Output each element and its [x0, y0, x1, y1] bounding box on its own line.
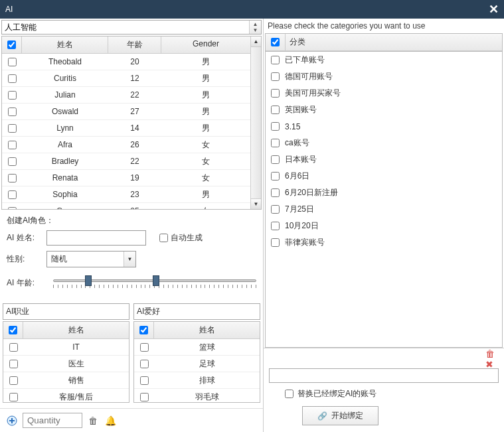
- search-input[interactable]: [2, 21, 249, 34]
- item-checkbox[interactable]: [9, 376, 18, 385]
- scroll-up-icon[interactable]: ▲: [251, 36, 261, 47]
- category-col-header[interactable]: 分类: [286, 34, 502, 50]
- search-dropdown-button[interactable]: ▲▼: [249, 21, 261, 34]
- table-row[interactable]: Curitis12男: [2, 70, 250, 87]
- category-row[interactable]: ca账号: [266, 135, 502, 151]
- remove-link-icon[interactable]: 🗑✖: [485, 352, 499, 366]
- table-row[interactable]: Lynn14男: [2, 120, 250, 137]
- list-item[interactable]: 医生: [3, 356, 129, 372]
- category-row[interactable]: 德国可用账号: [266, 68, 502, 85]
- category-row[interactable]: 英国账号: [266, 102, 502, 118]
- table-row[interactable]: Oswald27男: [2, 104, 250, 120]
- col-name[interactable]: 姓名: [22, 36, 108, 53]
- table-row[interactable]: Gary25女: [2, 203, 250, 209]
- col-gender[interactable]: Gender: [161, 36, 250, 53]
- cell-gender: 男: [161, 90, 250, 101]
- category-row[interactable]: 3.15: [266, 118, 502, 135]
- list-item[interactable]: 足球: [134, 356, 260, 372]
- row-checkbox[interactable]: [8, 157, 17, 166]
- category-checkbox[interactable]: [271, 172, 280, 180]
- people-scrollbar[interactable]: ▲ ▼: [250, 36, 261, 209]
- category-checkbox[interactable]: [271, 89, 280, 98]
- category-checkbox[interactable]: [271, 139, 280, 147]
- category-row[interactable]: 10月20日: [266, 218, 502, 234]
- category-row[interactable]: 6月20日新注册: [266, 184, 502, 201]
- cell-gender: 男: [161, 73, 250, 84]
- close-icon[interactable]: ✕: [489, 2, 499, 17]
- age-slider[interactable]: [53, 273, 256, 293]
- add-icon[interactable]: [5, 414, 19, 427]
- gender-select[interactable]: 随机 ▼: [46, 251, 136, 267]
- row-checkbox[interactable]: [8, 190, 17, 199]
- category-row[interactable]: 日本账号: [266, 151, 502, 168]
- category-row[interactable]: 6月6日: [266, 168, 502, 184]
- item-checkbox[interactable]: [140, 360, 149, 368]
- trash-icon[interactable]: 🗑: [86, 414, 100, 427]
- replace-checkbox[interactable]: [285, 390, 294, 398]
- list-item[interactable]: IT: [3, 339, 129, 356]
- category-checkbox[interactable]: [271, 56, 280, 64]
- cell-name: Curitis: [22, 74, 108, 83]
- category-checkbox[interactable]: [271, 222, 280, 230]
- list-item[interactable]: 销售: [3, 372, 129, 389]
- hobby-select-all[interactable]: [139, 326, 148, 334]
- cell-name: Theobald: [22, 57, 108, 66]
- auto-generate-checkbox[interactable]: [159, 234, 168, 242]
- category-row[interactable]: 美国可用买家号: [266, 85, 502, 102]
- item-checkbox[interactable]: [140, 376, 149, 385]
- slider-thumb-min[interactable]: [85, 275, 92, 286]
- row-checkbox[interactable]: [8, 91, 17, 100]
- cell-name: Bradley: [22, 157, 108, 166]
- category-row[interactable]: 已下单账号: [266, 52, 502, 68]
- cell-age: 25: [108, 206, 161, 209]
- table-row[interactable]: Bradley22女: [2, 153, 250, 170]
- row-checkbox[interactable]: [8, 124, 17, 133]
- row-checkbox[interactable]: [8, 108, 17, 116]
- row-checkbox[interactable]: [8, 207, 17, 210]
- list-item[interactable]: 客服/售后: [3, 389, 129, 403]
- category-row[interactable]: 菲律宾账号: [266, 234, 502, 251]
- category-checkbox[interactable]: [271, 72, 280, 81]
- table-row[interactable]: Theobald20男: [2, 54, 250, 70]
- table-row[interactable]: Afra26女: [2, 137, 250, 153]
- row-checkbox[interactable]: [8, 174, 17, 182]
- age-label: AI 年龄:: [7, 277, 46, 289]
- category-checkbox[interactable]: [271, 238, 280, 247]
- list-item[interactable]: 排球: [134, 372, 260, 389]
- ai-name-input[interactable]: [46, 230, 146, 246]
- category-row[interactable]: 7月25日: [266, 201, 502, 218]
- list-item[interactable]: 羽毛球: [134, 389, 260, 403]
- quantity-input[interactable]: [23, 413, 82, 428]
- col-age[interactable]: 年龄: [108, 36, 161, 53]
- item-checkbox[interactable]: [9, 393, 18, 401]
- category-select-all[interactable]: [271, 38, 280, 46]
- bell-icon[interactable]: 🔔: [104, 414, 117, 427]
- category-checkbox[interactable]: [271, 122, 280, 131]
- list-item[interactable]: 篮球: [134, 339, 260, 356]
- auto-generate-label[interactable]: 自动生成: [159, 232, 203, 244]
- slider-thumb-max[interactable]: [153, 275, 159, 286]
- row-checkbox[interactable]: [8, 141, 17, 149]
- table-row[interactable]: Julian22男: [2, 87, 250, 104]
- job-col-header[interactable]: 姓名: [23, 322, 129, 338]
- cell-gender: 男: [161, 106, 250, 117]
- scroll-down-icon[interactable]: ▼: [251, 198, 261, 209]
- select-all-checkbox[interactable]: [7, 40, 16, 49]
- item-checkbox[interactable]: [9, 343, 18, 352]
- cell-gender: 男: [161, 56, 250, 68]
- table-row[interactable]: Sophia23男: [2, 186, 250, 203]
- hobby-col-header[interactable]: 姓名: [154, 322, 260, 338]
- item-checkbox[interactable]: [140, 343, 149, 352]
- job-select-all[interactable]: [9, 326, 17, 334]
- item-checkbox[interactable]: [140, 393, 149, 401]
- item-checkbox[interactable]: [9, 360, 18, 368]
- output-field[interactable]: [269, 368, 499, 383]
- start-bind-button[interactable]: 🔗 开始绑定: [302, 406, 378, 425]
- row-checkbox[interactable]: [8, 58, 17, 66]
- category-checkbox[interactable]: [271, 188, 280, 197]
- table-row[interactable]: Renata19女: [2, 170, 250, 186]
- row-checkbox[interactable]: [8, 74, 17, 83]
- category-checkbox[interactable]: [271, 106, 280, 114]
- category-checkbox[interactable]: [271, 155, 280, 164]
- category-checkbox[interactable]: [271, 205, 280, 214]
